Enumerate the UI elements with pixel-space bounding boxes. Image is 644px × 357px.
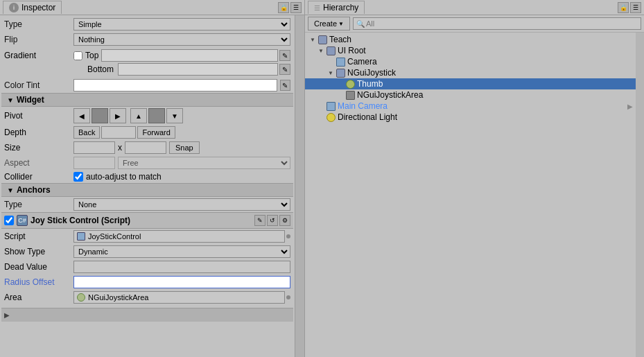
type-value-container: Simple	[73, 18, 290, 31]
flip-select[interactable]: Nothing	[73, 33, 290, 46]
hier-item-ngui-joystick[interactable]: ▼ NGuiJoystick	[305, 67, 636, 78]
camera-label: Camera	[347, 57, 377, 67]
hier-item-ngui-area[interactable]: NGuiJoystickArea	[305, 89, 636, 101]
script-field-value: JoyStickControl	[73, 230, 290, 243]
dead-value-input[interactable]: 10	[73, 261, 290, 273]
hier-item-teach[interactable]: ▼ Teach	[305, 34, 636, 45]
teach-icon	[317, 35, 327, 44]
radius-offset-label: Radius Offset	[4, 277, 73, 287]
gradient-top-check[interactable]	[73, 51, 82, 60]
size-height-input[interactable]: 80	[125, 141, 166, 154]
anchors-section-header[interactable]: ▼ Anchors	[1, 183, 293, 197]
radius-offset-input[interactable]: 0	[73, 276, 290, 288]
script-ref[interactable]: JoyStickControl	[73, 230, 285, 243]
depth-input[interactable]: 101	[101, 126, 136, 139]
depth-label: Depth	[4, 128, 73, 137]
aspect-num-input[interactable]: 1	[73, 157, 115, 169]
collider-text: auto-adjust to match	[86, 172, 162, 182]
anchors-type-row: Type None	[1, 197, 293, 212]
thumb-icon	[345, 79, 355, 89]
inspector-tab[interactable]: i Inspector	[3, 1, 62, 14]
inspector-content: Type Simple Flip Nothing	[0, 15, 295, 357]
area-row: Area NGuiJoystickArea	[1, 290, 293, 305]
gradient-bottom-edit[interactable]: ✎	[279, 64, 290, 75]
script-title: Joy Stick Control (Script)	[31, 216, 130, 225]
show-type-select[interactable]: Dynamic	[73, 245, 290, 258]
hierarchy-lock-btn[interactable]: 🔒	[618, 2, 629, 13]
hier-item-directional-light[interactable]: Directional Light	[305, 112, 636, 123]
depth-back-btn[interactable]: Back	[73, 126, 100, 139]
hier-item-thumb[interactable]: Thumb	[305, 78, 636, 89]
type-select[interactable]: Simple	[73, 18, 290, 31]
hierarchy-tab-bar: ☰ Hierarchy 🔒 ☰	[305, 0, 644, 15]
hier-item-camera[interactable]: Camera	[305, 56, 636, 67]
gradient-bottom-input[interactable]	[118, 63, 278, 76]
ngui-area-icon	[345, 90, 355, 100]
collider-checkbox[interactable]	[73, 172, 83, 182]
ngui-area-box-icon	[346, 91, 355, 100]
type-row: Type Simple	[1, 17, 293, 32]
hierarchy-scrollbar[interactable]	[636, 33, 644, 357]
script-enabled-check[interactable]	[4, 216, 14, 225]
show-type-label: Show Type	[4, 247, 73, 256]
color-tint-edit[interactable]: ✎	[280, 80, 290, 91]
pivot-buttons: ◀ ▶ ▲ ▼	[73, 108, 183, 123]
camera-icon	[336, 57, 345, 67]
create-btn[interactable]: Create ▼	[308, 17, 350, 31]
gradient-row: Gradient Top ✎ Bottom ✎	[1, 47, 293, 78]
create-label: Create	[314, 19, 337, 28]
dead-value-label: Dead Value	[4, 262, 73, 272]
hierarchy-panel: ☰ Hierarchy 🔒 ☰ Create ▼ 🔍 ▼ Tea	[305, 0, 644, 357]
anchors-type-select[interactable]: None	[73, 198, 290, 211]
inspector-scrollbar[interactable]	[295, 15, 304, 357]
widget-section-header[interactable]: ▼ Widget	[1, 93, 293, 107]
type-label: Type	[4, 19, 73, 29]
size-x-separator: x	[118, 143, 122, 153]
gradient-bottom-line: Bottom ✎	[4, 62, 290, 76]
hierarchy-tab[interactable]: ☰ Hierarchy	[308, 1, 365, 14]
script-menu-btn[interactable]: ⚙	[279, 215, 290, 226]
hier-item-main-camera[interactable]: Main Camera ▶	[305, 101, 636, 112]
script-ref-icon	[77, 232, 85, 241]
search-icon: 🔍	[356, 20, 365, 28]
ngui-icon	[336, 68, 345, 78]
aspect-type-select[interactable]: Free	[118, 157, 290, 169]
radius-offset-value: 0	[73, 276, 290, 288]
pivot-down-btn[interactable]: ▼	[166, 108, 183, 123]
script-edit-btn[interactable]: ✎	[254, 215, 266, 226]
dead-value-row: Dead Value 10	[1, 259, 293, 275]
size-label: Size	[4, 143, 73, 153]
hierarchy-menu-btn[interactable]: ☰	[630, 2, 641, 13]
ui-root-icon	[326, 46, 336, 55]
collider-row: Collider auto-adjust to match	[1, 171, 293, 183]
search-input[interactable]	[366, 19, 638, 28]
script-icon: C#	[17, 215, 28, 226]
widget-section-arrow: ▼	[7, 96, 14, 104]
hierarchy-content: ▼ Teach ▼ UI Root	[305, 33, 636, 357]
hierarchy-tab-actions: 🔒 ☰	[618, 2, 641, 13]
area-dot-icon	[286, 295, 290, 299]
ngui-label: NGuiJoystick	[347, 68, 396, 78]
color-tint-swatch[interactable]	[73, 79, 277, 92]
teach-label: Teach	[329, 35, 351, 44]
depth-forward-btn[interactable]: Forward	[137, 126, 175, 139]
script-revert-btn[interactable]: ↺	[267, 215, 278, 226]
pivot-left-btn[interactable]: ◀	[73, 108, 90, 123]
color-tint-row: Color Tint ✎	[1, 78, 293, 93]
hier-item-ui-root[interactable]: ▼ UI Root	[305, 45, 636, 56]
pivot-up-btn[interactable]: ▲	[130, 108, 147, 123]
area-ref[interactable]: NGuiJoystickArea	[73, 291, 285, 304]
pivot-right-btn[interactable]: ▶	[110, 108, 126, 123]
gradient-label: Gradient	[4, 51, 73, 60]
inspector-menu-btn[interactable]: ☰	[290, 2, 302, 13]
script-field-label: Script	[4, 232, 73, 241]
pivot-row: Pivot ◀ ▶ ▲ ▼	[1, 107, 293, 125]
area-ref-text: NGuiJoystickArea	[88, 293, 148, 302]
inspector-lock-btn[interactable]: 🔒	[278, 2, 289, 13]
snap-btn[interactable]: Snap	[169, 141, 200, 154]
gradient-top-edit[interactable]: ✎	[279, 50, 290, 61]
size-width-input[interactable]: 80	[73, 141, 115, 154]
gradient-top-input[interactable]	[101, 49, 278, 62]
pivot-mid-btn[interactable]	[148, 108, 165, 123]
inspector-tab-actions: 🔒 ☰	[278, 2, 302, 13]
